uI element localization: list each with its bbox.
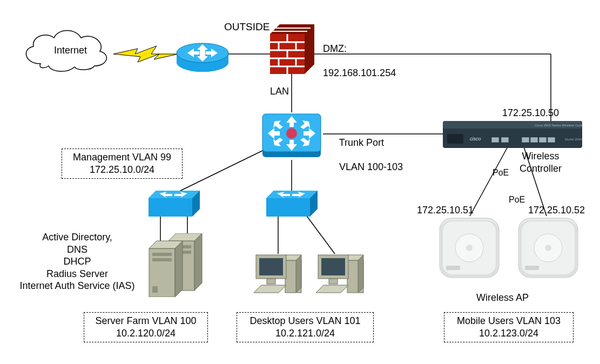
svg-rect-59 [149,198,192,217]
svg-rect-55 [539,137,547,143]
svg-point-97 [466,245,473,251]
svg-line-10 [305,214,335,254]
wireless-ap-label: Wireless AP [476,292,529,304]
svg-line-11 [470,147,508,216]
ap2-ip-label: 172.25.10.52 [528,204,585,217]
svg-rect-77 [152,258,172,261]
access-switch-mid-icon [266,191,318,217]
mgmt-line1: Management VLAN 99 [73,151,171,164]
access-switch-left-icon [149,191,200,217]
poe1-label: PoE [493,167,509,178]
wireless-controller-label: Wireless Controller [520,150,562,174]
mgmt-vlan-box: Management VLAN 99 172.25.10.0/24 [62,149,183,179]
lan-label: LAN [270,85,289,98]
firewall-icon [270,24,314,74]
svg-rect-98 [446,266,460,270]
server-farm-line2: 10.2.120.0/24 [116,327,176,340]
lightning-connector-icon [113,43,178,65]
trunk-vlans: VLAN 100-103 [339,161,403,172]
svg-marker-60 [149,191,200,198]
svg-line-6 [174,150,264,194]
svg-marker-65 [266,191,318,198]
svg-rect-54 [530,137,538,143]
svg-rect-78 [152,286,158,293]
internet-label: Internet [54,44,87,57]
mobile-line1: Mobile Users VLAN 103 [457,315,561,327]
svg-text:Cisco 2500 Series Wireless Con: Cisco 2500 Series Wireless Controller [535,124,582,127]
svg-rect-84 [267,279,275,284]
core-switch-icon [259,111,324,160]
svg-rect-51 [491,137,499,143]
trunk-label: Trunk Port VLAN 100-103 [334,124,403,173]
mobile-line2: 10.2.123.0/24 [479,327,538,340]
svg-marker-92 [316,285,348,293]
svg-marker-81 [296,255,301,293]
desktop-pc-right-icon [316,250,367,297]
svg-rect-52 [501,137,509,143]
svg-marker-85 [254,285,286,293]
desktop-line2: 10.2.121.0/24 [275,327,335,340]
svg-marker-13 [113,46,178,62]
server-stack-icon [146,233,205,297]
mgmt-line2: 172.25.10.0/24 [90,164,154,176]
wireless-ap-left-icon [437,216,501,280]
ap1-ip-label: 172.25.10.51 [417,204,474,217]
svg-text:Model 2504: Model 2504 [565,138,582,141]
desktop-pc-left-icon [254,250,305,297]
svg-rect-76 [152,253,172,256]
desktop-line1: Desktop Users VLAN 101 [250,315,360,327]
dmz-title: DMZ: [323,43,347,54]
svg-rect-64 [266,198,310,217]
wlc-ip-label: 172.25.10.50 [502,107,559,119]
svg-rect-91 [329,279,338,284]
wireless-ap-right-icon [516,216,580,280]
mobile-users-box: Mobile Users VLAN 103 10.2.123.0/24 [444,312,574,342]
server-farm-box: Server Farm VLAN 100 10.2.120.0/24 [84,312,208,342]
server-farm-line1: Server Farm VLAN 100 [95,315,196,327]
dmz-label: DMZ: 192.168.101.254 [318,30,396,79]
svg-text:cisco: cisco [470,136,481,141]
svg-rect-83 [259,258,283,275]
server-services-label: Active Directory, DNS DHCP Radius Server… [15,231,139,292]
outside-label: OUTSIDE [224,21,269,33]
svg-marker-88 [358,255,363,293]
svg-rect-49 [447,134,463,144]
svg-rect-56 [548,137,555,143]
svg-rect-104 [525,266,539,270]
svg-rect-90 [321,258,345,275]
svg-marker-70 [194,233,202,291]
poe2-label: PoE [509,194,525,205]
trunk-port: Trunk Port [339,137,384,148]
router-icon [176,38,230,73]
svg-point-37 [286,128,297,139]
wireless-controller-icon: Cisco 2500 Series Wireless Controller ci… [443,121,582,148]
desktop-users-box: Desktop Users VLAN 101 10.2.121.0/24 [237,312,374,342]
svg-marker-75 [175,241,183,297]
svg-rect-53 [522,137,529,143]
svg-point-103 [545,245,551,251]
dmz-ip: 192.168.101.254 [323,68,396,78]
